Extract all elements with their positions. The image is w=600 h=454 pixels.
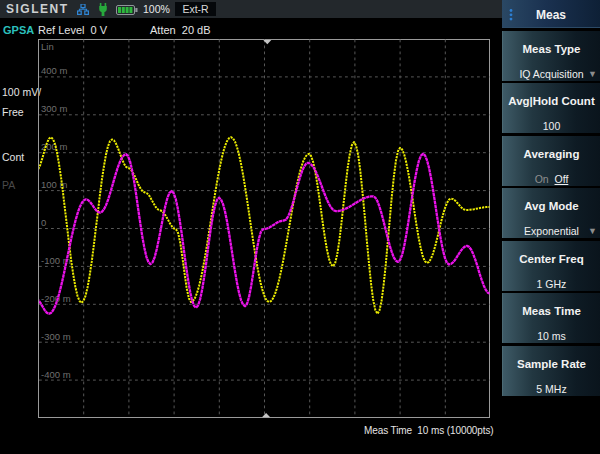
svg-text:300 m: 300 m [41, 103, 67, 114]
svg-text:Lin: Lin [41, 41, 54, 52]
svg-text:-300 m: -300 m [41, 331, 71, 342]
svg-text:100 m: 100 m [41, 179, 67, 190]
svg-text:0: 0 [41, 217, 46, 228]
svg-text:-400 m: -400 m [41, 369, 71, 380]
svg-text:400 m: 400 m [41, 65, 67, 76]
